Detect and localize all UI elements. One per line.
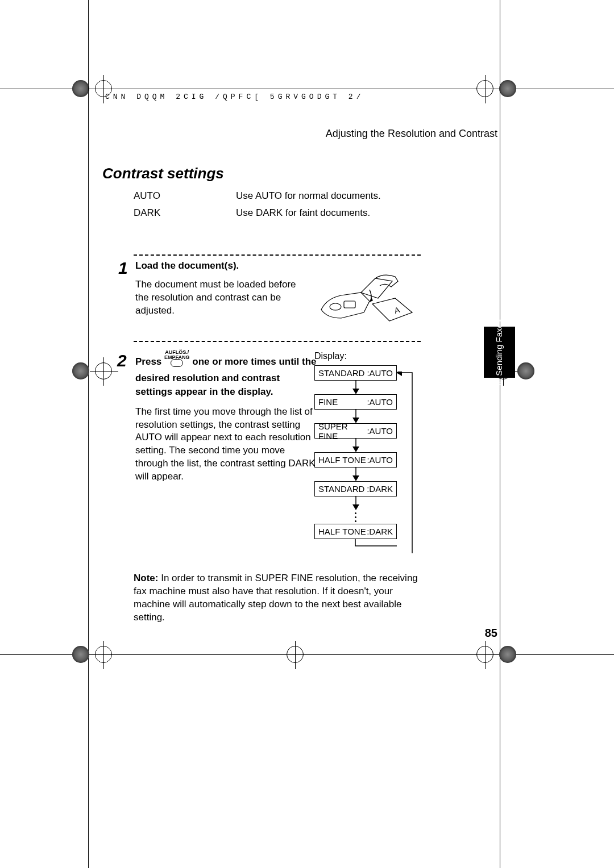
registration-mark-icon (287, 646, 304, 663)
step-1: Load the document(s). The document must … (135, 260, 306, 318)
divider (134, 254, 421, 256)
step-number: 1 (118, 258, 128, 278)
step-title-pre: Press (135, 356, 161, 367)
contrast-table: AUTO Use AUTO for normal documents. DARK… (134, 190, 406, 224)
display-left: FINE (318, 397, 338, 407)
contrast-desc: Use DARK for faint documents. (236, 207, 406, 219)
step-body: The first time you move through the list… (135, 406, 317, 484)
section-tab: 4. Sending Faxes (484, 327, 515, 378)
registration-mark-icon (476, 646, 493, 663)
svg-marker-5 (352, 389, 359, 394)
step-title-post: one or more times until the desired reso… (135, 356, 317, 397)
registration-mark-icon (499, 646, 516, 663)
arrow-down-icon (314, 496, 397, 510)
table-row: DARK Use DARK for faint documents. (134, 207, 406, 219)
display-box: SUPER FINE :AUTO (314, 423, 397, 439)
section-title: Contrast settings (102, 165, 224, 182)
crop-line (88, 0, 89, 868)
registration-mark-icon (476, 80, 493, 97)
fax-machine-icon: A (318, 270, 418, 329)
display-box: FINE :AUTO (314, 394, 397, 410)
registration-mark-icon (95, 362, 112, 379)
arrow-down-icon (314, 468, 397, 481)
step-title: Press AUFLÖS./ EMPFANG one or more times… (135, 353, 317, 399)
key-button-icon (171, 359, 183, 367)
display-right: :AUTO (367, 426, 393, 436)
header-code: CNN DQQM 2CIG /QPFC[ 5GRVGODGT 2/ (105, 93, 364, 101)
arrow-down-icon (314, 381, 397, 394)
display-left: HALF TONE (318, 527, 366, 536)
display-box: HALF TONE :AUTO (314, 452, 397, 468)
registration-mark-icon (499, 80, 516, 97)
display-right: :AUTO (367, 455, 393, 465)
step-title: Load the document(s). (135, 260, 306, 272)
display-right: :DARK (367, 484, 393, 494)
svg-text:A: A (393, 305, 401, 315)
display-left: STANDARD (318, 484, 364, 494)
contrast-desc: Use AUTO for normal documents. (236, 190, 406, 202)
svg-marker-3 (370, 297, 373, 302)
running-header: Adjusting the Resolution and Contrast (326, 128, 497, 140)
arrow-down-icon (314, 439, 397, 452)
registration-mark-icon (72, 80, 89, 97)
step-number: 2 (117, 351, 127, 370)
ellipsis-vertical-icon (314, 510, 397, 524)
registration-mark-icon (72, 646, 89, 663)
display-label: Display: (314, 351, 347, 361)
display-right: :DARK (367, 527, 393, 536)
svg-marker-13 (352, 504, 359, 510)
page-number: 85 (485, 627, 497, 640)
cycle-arrow-icon (396, 372, 413, 553)
table-row: AUTO Use AUTO for normal documents. (134, 190, 406, 202)
svg-marker-14 (396, 372, 402, 376)
manual-page: CNN DQQM 2CIG /QPFC[ 5GRVGODGT 2/ Adjust… (0, 0, 614, 868)
key-label-icon: AUFLÖS./ EMPFANG (164, 350, 190, 368)
display-left: HALF TONE (318, 455, 366, 465)
crop-line (500, 0, 500, 868)
display-right: :AUTO (367, 397, 393, 407)
svg-rect-1 (344, 301, 355, 308)
display-left: SUPER FINE (318, 422, 367, 441)
section-tab-label: 4. Sending Faxes (495, 319, 505, 386)
note: Note: In order to transmit in SUPER FINE… (134, 572, 421, 624)
display-box: STANDARD :AUTO (314, 365, 397, 381)
display-box: HALF TONE :DARK (314, 524, 397, 539)
step-body: The document must be loaded before the r… (135, 278, 306, 318)
svg-point-0 (330, 303, 341, 310)
return-line-icon (314, 539, 397, 549)
display-chain: STANDARD :AUTO FINE :AUTO SUPER FINE :AU… (314, 365, 397, 552)
note-text: In order to transmit in SUPER FINE resol… (134, 573, 418, 623)
svg-marker-9 (352, 446, 359, 452)
display-right: :AUTO (367, 368, 393, 378)
display-left: STANDARD (318, 368, 364, 378)
contrast-label: DARK (134, 207, 236, 219)
registration-mark-icon (95, 646, 112, 663)
display-box: STANDARD :DARK (314, 481, 397, 496)
svg-marker-11 (352, 475, 359, 481)
contrast-label: AUTO (134, 190, 236, 202)
step-2: Press AUFLÖS./ EMPFANG one or more times… (135, 353, 317, 483)
registration-mark-icon (517, 362, 534, 379)
registration-mark-icon (72, 362, 89, 379)
note-prefix: Note: (134, 573, 158, 583)
divider (134, 341, 421, 342)
